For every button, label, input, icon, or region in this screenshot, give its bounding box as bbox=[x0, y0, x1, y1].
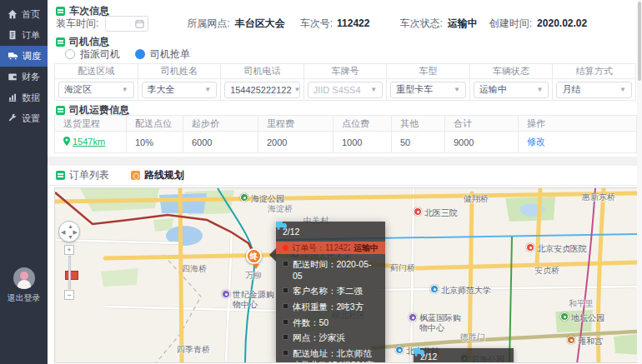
sidebar-item-label: 财务 bbox=[22, 71, 40, 83]
popup-order-line: 订单号：112422 运输中 bbox=[276, 242, 385, 254]
bullet-icon bbox=[283, 319, 288, 325]
col-header: 配送区域 bbox=[55, 64, 138, 79]
col-header: 司机电话 bbox=[221, 64, 304, 79]
col-header: 点位费 bbox=[334, 116, 392, 132]
route-end-marker[interactable]: 终 bbox=[246, 248, 262, 264]
station-marker-icon bbox=[395, 346, 404, 354]
order-popup-secondary[interactable]: 2/12 bbox=[414, 348, 514, 363]
driver-table-header: 配送区域 司机姓名 司机电话 车牌号 车型 车辆状态 结算方式 bbox=[55, 64, 636, 79]
hospital-marker-icon bbox=[414, 207, 422, 216]
point-fee-cell: 1000 bbox=[334, 132, 392, 153]
point-ratio-cell: 10% bbox=[127, 132, 183, 153]
driver-phone-select[interactable]: 154425222122▼ bbox=[224, 82, 300, 98]
map-label: 惠新东桥 bbox=[582, 192, 615, 203]
zoom-out-button[interactable]: − bbox=[64, 290, 74, 300]
popup-field: 件数：50 bbox=[283, 317, 379, 328]
sidebar: 首页 订单 调度 财务 数据 设置 退出登录 bbox=[0, 0, 48, 364]
sidebar-item-data[interactable]: 数据 bbox=[0, 87, 48, 108]
map-zoom-slider[interactable]: + − bbox=[64, 245, 74, 300]
bullet-icon bbox=[283, 303, 288, 309]
radio-grab-order[interactable] bbox=[135, 49, 145, 59]
map-poi-park[interactable]: 地坛公园 bbox=[560, 312, 604, 324]
col-header: 司机姓名 bbox=[138, 64, 221, 79]
load-time-input[interactable] bbox=[105, 16, 148, 32]
sidebar-item-orders[interactable]: 订单 bbox=[0, 25, 48, 46]
route-plan-icon bbox=[131, 171, 140, 180]
radio-assign-driver[interactable] bbox=[65, 49, 75, 59]
col-header: 里程费 bbox=[258, 116, 334, 132]
map-poi-park[interactable]: 海淀公园 bbox=[240, 193, 284, 205]
map-label: 和平里 bbox=[569, 298, 594, 310]
map-label: 健翔桥 bbox=[464, 193, 489, 205]
map-canvas[interactable]: 海淀桥 中关村 健翔桥 惠新东桥 安贞桥 蓟门桥 和平里 德胜门 四海桥 四季青… bbox=[54, 187, 638, 363]
col-header: 合计 bbox=[445, 116, 519, 132]
popup-order-no: 订单号：112422 bbox=[292, 242, 350, 254]
vertical-scrollbar[interactable] bbox=[637, 0, 642, 364]
order-list-icon bbox=[56, 171, 65, 180]
popup-title: 2/12 bbox=[283, 226, 379, 237]
driver-mode-radios: 指派司机 司机抢单 bbox=[65, 47, 205, 61]
order-popup: 2/12 订单号：112422 运输中 配送时间：2020-05-05 客户名称… bbox=[276, 222, 385, 362]
trip-status-value: 运输中 bbox=[448, 17, 478, 31]
scrollbar-thumb[interactable] bbox=[638, 2, 641, 81]
sidebar-item-dispatch[interactable]: 调度 bbox=[0, 46, 48, 67]
popup-pointer bbox=[269, 248, 276, 262]
radio-grab-label[interactable]: 司机抢单 bbox=[150, 47, 190, 62]
created-label: 创建时间: bbox=[489, 17, 532, 31]
tab-route-plan[interactable]: 路线规划 bbox=[131, 168, 184, 182]
map-poi-temple[interactable]: 雍和宫 bbox=[567, 336, 603, 347]
logout-button[interactable]: 退出登录 bbox=[0, 267, 48, 304]
wallet-icon bbox=[8, 72, 18, 83]
freight-table: 送货里程 配送点位 起步价 里程费 点位费 其他 合计 操作 1547km 10… bbox=[54, 115, 637, 153]
pan-down-icon[interactable]: ▼ bbox=[68, 234, 73, 240]
col-header: 其他 bbox=[392, 116, 445, 132]
dispatch-app: 首页 订单 调度 财务 数据 设置 退出登录 bbox=[0, 0, 642, 364]
chevron-down-icon: ▼ bbox=[536, 86, 543, 93]
driver-table-row: 海淀区▼ 李大全▼ 154425222122▼ JIID S4SS4▼ 重型卡车… bbox=[55, 79, 636, 101]
trip-form-row: 装车时间: 所属网点: 丰台区大会 车次号: 112422 车次状态: 运输中 … bbox=[56, 15, 587, 32]
sidebar-item-settings[interactable]: 设置 bbox=[0, 108, 48, 129]
pan-left-icon[interactable]: ◀ bbox=[61, 229, 65, 235]
distance-link[interactable]: 1547km bbox=[63, 137, 105, 147]
driver-name-select[interactable]: 李大全▼ bbox=[142, 82, 218, 98]
sidebar-item-finance[interactable]: 财务 bbox=[0, 67, 48, 87]
map-poi-university[interactable]: 北京师范大学 bbox=[430, 285, 491, 297]
vehicle-type-select[interactable]: 重型卡车▼ bbox=[390, 82, 466, 98]
sidebar-item-label: 设置 bbox=[22, 112, 40, 125]
map-pan-control[interactable]: ▲ ▼ ◀ ▶ bbox=[58, 221, 80, 242]
map-label: 海淀桥 bbox=[268, 203, 293, 215]
col-header: 车型 bbox=[387, 64, 470, 79]
map-label: 德胜门 bbox=[460, 332, 485, 343]
total-cell: 9000 bbox=[445, 132, 519, 153]
district-select[interactable]: 海淀区▼ bbox=[58, 82, 134, 98]
other-fee-cell: 50 bbox=[392, 132, 445, 153]
popup-field: 网点：沙家浜 bbox=[283, 332, 379, 343]
radio-assign-label[interactable]: 指派司机 bbox=[80, 47, 120, 62]
map-poi-hospital[interactable]: 北医三院 bbox=[414, 207, 458, 219]
pan-up-icon[interactable]: ▲ bbox=[68, 223, 73, 229]
zoom-in-button[interactable]: + bbox=[64, 245, 74, 255]
vehicle-status-select[interactable]: 运输中▼ bbox=[474, 82, 549, 98]
red-dot-icon bbox=[283, 245, 288, 251]
tab-order-list[interactable]: 订单列表 bbox=[56, 168, 109, 182]
settlement-select[interactable]: 月结▼ bbox=[556, 82, 632, 98]
map-poi-mall[interactable]: 世纪金源购物中心 bbox=[222, 290, 278, 309]
pan-right-icon[interactable]: ▶ bbox=[73, 229, 78, 235]
edit-link[interactable]: 修改 bbox=[527, 137, 545, 147]
network-value: 丰台区大会 bbox=[235, 17, 285, 31]
location-pin-icon bbox=[63, 137, 70, 146]
map-poi-hospital[interactable]: 北京安贞医院 bbox=[526, 243, 587, 255]
col-header: 起步价 bbox=[183, 116, 258, 132]
sidebar-item-home[interactable]: 首页 bbox=[0, 4, 48, 25]
chevron-down-icon: ▼ bbox=[370, 86, 377, 93]
chevron-down-icon: ▼ bbox=[454, 86, 460, 93]
map-poi-mall[interactable]: 枫蓝国际购物中心 bbox=[409, 313, 464, 332]
popup-field: 体积重量：2吨3方 bbox=[283, 301, 379, 312]
map-label: 四海桥 bbox=[182, 263, 207, 275]
load-time-label: 装车时间: bbox=[56, 17, 98, 31]
mall-marker-icon bbox=[222, 290, 230, 298]
plate-no-select[interactable]: JIID S4SS4▼ bbox=[308, 82, 384, 98]
driver-table: 配送区域 司机姓名 司机电话 车牌号 车型 车辆状态 结算方式 海淀区▼ 李大全… bbox=[54, 63, 636, 101]
col-header: 配送点位 bbox=[127, 116, 183, 132]
zoom-track[interactable] bbox=[68, 256, 71, 289]
